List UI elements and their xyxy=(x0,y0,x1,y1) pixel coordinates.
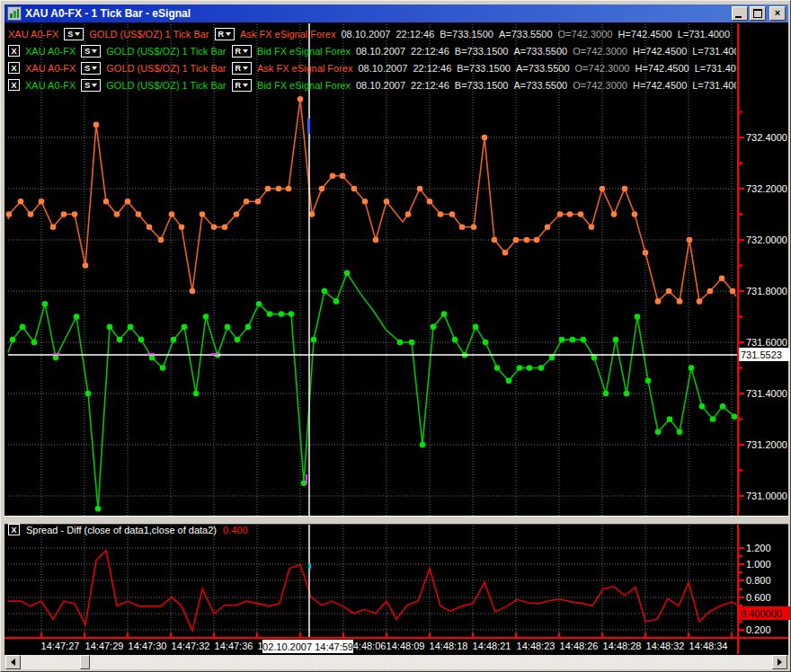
price-axis-label: 731.0000 xyxy=(746,491,787,501)
quote-date: 08.10.2007 xyxy=(341,29,390,40)
time-axis-label: 14:47:29 xyxy=(85,641,124,651)
time-axis-label: 14:48:32 xyxy=(646,641,685,651)
quote-date: 08.10.2007 xyxy=(356,46,405,57)
symbol-label: XAU A0-FX xyxy=(25,63,76,74)
price-axis-label: 732.4000 xyxy=(746,132,787,143)
last-spread-box: 0.400000 xyxy=(739,606,790,620)
quote-high: H=742.4500 xyxy=(635,63,689,74)
chevron-down-icon xyxy=(226,32,231,36)
spread-checkbox[interactable]: X xyxy=(8,524,20,535)
chevron-down-icon xyxy=(92,84,97,87)
interval-dropdown-button[interactable]: R xyxy=(232,45,253,57)
time-axis-label: 14:47:36 xyxy=(215,641,253,651)
quote-high: H=742.4500 xyxy=(618,29,671,40)
chart-surface[interactable] xyxy=(1,1,791,672)
quote-date: 08.10.2007 xyxy=(356,80,405,91)
quote-ask: A=733.5500 xyxy=(499,29,553,40)
symbol-description: GOLD (US$/OZ) 1 Tick Bar xyxy=(106,46,226,57)
quote-row-3: XXAU A0-FXSGOLD (US$/OZ) 1 Tick BarRAsk … xyxy=(8,59,736,76)
interval-dropdown-button[interactable]: R xyxy=(215,28,236,40)
time-axis-label: 14:48:21 xyxy=(473,641,511,651)
arrow-right-icon xyxy=(778,659,782,666)
chevron-down-icon xyxy=(243,49,248,53)
spread-title: Spread - Diff (close of data1,close of d… xyxy=(26,525,217,535)
time-axis-label: 14:48:26 xyxy=(560,641,599,651)
scroll-left-button[interactable] xyxy=(5,655,21,669)
symbol-label: XAU A0-FX xyxy=(25,46,76,57)
symbol-description: GOLD (US$/OZ) 1 Tick Bar xyxy=(106,80,226,91)
time-axis-label: 14:48:23 xyxy=(517,641,555,651)
series-checkbox[interactable]: X xyxy=(8,45,20,57)
scroll-right-button[interactable] xyxy=(772,655,787,669)
feed-label: Ask FX eSignal Forex xyxy=(257,63,352,74)
scrollbar-thumb[interactable] xyxy=(80,655,90,669)
quote-bid: B=733.1500 xyxy=(457,63,511,74)
series-checkbox[interactable]: X xyxy=(8,62,20,74)
quote-time: 22:12:46 xyxy=(413,63,451,74)
spread-axis-label: 1.200 xyxy=(746,543,771,553)
price-axis-label: 731.4000 xyxy=(746,388,787,399)
chevron-down-icon xyxy=(243,84,248,87)
symbol-dropdown-button[interactable]: S xyxy=(81,79,101,92)
time-axis-label: 14:48:28 xyxy=(603,641,642,651)
quote-high: H=742.4500 xyxy=(633,46,687,57)
quote-header-rows: XAU A0-FXSGOLD (US$/OZ) 1 Tick BarRAsk F… xyxy=(8,25,736,94)
session-date-box: 02.10.2007 14:47:59 xyxy=(262,640,353,653)
quote-row-4: XXAU A0-FXSGOLD (US$/OZ) 1 Tick BarRBid … xyxy=(8,76,736,93)
quote-open: O=742.3000 xyxy=(573,46,627,57)
price-axis-label: 732.2000 xyxy=(746,183,787,194)
price-axis-label: 732.0000 xyxy=(746,234,787,245)
quote-low: L=731.4000 xyxy=(695,63,736,74)
quote-row-1: XAU A0-FXSGOLD (US$/OZ) 1 Tick BarRAsk F… xyxy=(8,25,736,42)
quote-bid: B=733.1500 xyxy=(455,46,509,57)
symbol-dropdown-button[interactable]: S xyxy=(64,28,84,40)
symbol-label: XAU A0-FX xyxy=(25,80,76,91)
last-price-box: 731.5523 xyxy=(739,348,790,361)
symbol-label: XAU A0-FX xyxy=(8,29,58,40)
quote-ask: A=733.5500 xyxy=(516,63,570,74)
spread-panel-header: X Spread - Diff (close of data1,close of… xyxy=(8,524,248,535)
interval-dropdown-button[interactable]: R xyxy=(232,79,253,92)
quote-row-2: XXAU A0-FXSGOLD (US$/OZ) 1 Tick BarRBid … xyxy=(8,42,736,59)
time-axis-label: 14:48:09 xyxy=(387,641,425,651)
horizontal-scrollbar[interactable] xyxy=(5,655,787,669)
quote-time: 22:12:46 xyxy=(411,46,449,57)
quote-bid: B=733.1500 xyxy=(440,29,493,40)
time-axis-label: 14:48:34 xyxy=(689,641,728,651)
quote-open: O=742.3000 xyxy=(558,29,613,40)
chevron-down-icon xyxy=(92,66,97,70)
quote-open: O=742.3000 xyxy=(573,80,627,91)
arrow-left-icon xyxy=(11,659,15,666)
time-axis-label: 14:47:27 xyxy=(41,641,80,651)
spread-axis-label: 0.600 xyxy=(746,592,771,603)
quote-open: O=742.3000 xyxy=(575,63,630,74)
series-checkbox[interactable]: X xyxy=(8,79,20,91)
spread-axis-label: 0.800 xyxy=(746,575,771,586)
chevron-down-icon xyxy=(92,49,97,53)
quote-close: C= xyxy=(735,29,736,40)
quote-low: L=731.4000 xyxy=(692,80,736,91)
feed-label: Bid FX eSignal Forex xyxy=(257,80,351,91)
feed-label: Ask FX eSignal Forex xyxy=(240,29,335,40)
quote-low: L=731.4000 xyxy=(678,29,730,40)
spread-axis-label: 1.000 xyxy=(746,559,771,570)
chart-window: XAU A0-FX - 1 Tick Bar - eSignal × XAU A… xyxy=(0,0,791,672)
chevron-down-icon xyxy=(243,66,248,70)
price-axis-label: 731.2000 xyxy=(746,439,787,450)
price-axis-label: 731.6000 xyxy=(746,337,787,348)
time-axis-label: 14:47:32 xyxy=(172,641,210,651)
time-axis-label: 14:47:30 xyxy=(129,641,167,651)
symbol-dropdown-button[interactable]: S xyxy=(81,45,101,57)
quote-date: 08.10.2007 xyxy=(358,63,407,74)
quote-time: 22:12:46 xyxy=(396,29,434,40)
quote-ask: A=733.5500 xyxy=(513,80,567,91)
quote-bid: B=733.1500 xyxy=(455,80,509,91)
quote-ask: A=733.5500 xyxy=(513,46,567,57)
interval-dropdown-button[interactable]: R xyxy=(232,62,253,75)
quote-low: L=731.4000 xyxy=(692,46,736,57)
chevron-down-icon xyxy=(75,32,80,36)
spread-axis-label: 0.200 xyxy=(746,624,771,635)
quote-time: 22:12:46 xyxy=(411,80,449,91)
symbol-dropdown-button[interactable]: S xyxy=(81,62,101,75)
symbol-description: GOLD (US$/OZ) 1 Tick Bar xyxy=(106,63,226,74)
